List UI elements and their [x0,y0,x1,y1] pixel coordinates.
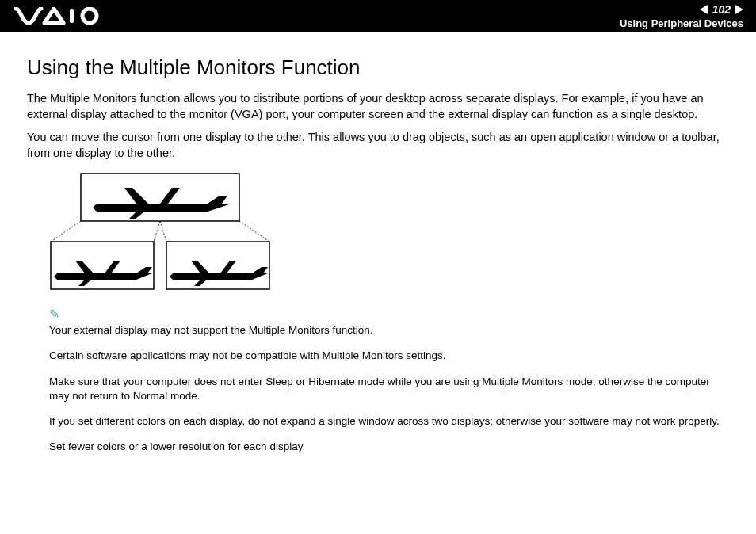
svg-line-6 [154,221,160,242]
page-content: Using the Multiple Monitors Function The… [0,32,756,482]
intro-para-2: You can move the cursor from one display… [27,130,729,161]
svg-rect-4 [166,242,269,289]
note-1: Your external display may not support th… [49,323,729,338]
page-title: Using the Multiple Monitors Function [27,55,729,80]
page-nav: 102 [700,3,743,16]
svg-rect-0 [70,9,74,23]
svg-rect-3 [51,242,154,289]
note-4: If you set different colors on each disp… [49,414,729,429]
svg-rect-2 [81,174,239,221]
header-right: 102 Using Peripheral Devices [620,3,743,29]
note-5: Set fewer colors or a lower resolution f… [49,440,729,454]
next-page-icon[interactable] [735,5,743,14]
notes-block: ✎ Your external display may not support … [49,307,729,454]
svg-line-7 [160,221,166,242]
header-section: Using Peripheral Devices [620,17,743,29]
page-number: 102 [712,3,731,16]
diagram-svg [49,172,271,291]
svg-point-1 [82,9,97,23]
note-2: Certain software applications may not be… [49,349,729,363]
multiple-monitors-diagram [49,172,271,294]
note-3: Make sure that your computer does not en… [49,375,729,403]
svg-line-8 [239,221,269,242]
note-icon: ✎ [49,307,59,322]
prev-page-icon[interactable] [700,5,708,14]
intro-para-1: The Multiple Monitors function allows yo… [27,91,729,122]
vaio-logo-svg [14,7,101,25]
vaio-logo [14,7,101,25]
svg-line-5 [51,221,81,242]
page-header: 102 Using Peripheral Devices [0,0,756,32]
